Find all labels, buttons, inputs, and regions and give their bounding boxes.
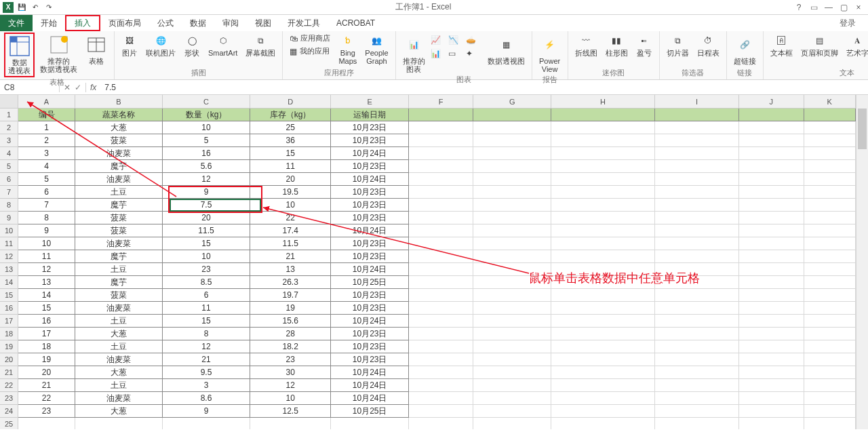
row-header[interactable]: 2 <box>0 121 18 134</box>
cell[interactable]: 7.5 <box>163 199 250 212</box>
cell[interactable]: 19 <box>250 302 331 315</box>
column-header[interactable]: F <box>409 95 474 108</box>
chart-type-icon[interactable]: 📉 <box>448 35 465 47</box>
cell[interactable] <box>655 353 739 366</box>
cell[interactable] <box>655 237 739 250</box>
row-header[interactable]: 11 <box>0 237 18 250</box>
cell[interactable] <box>655 186 739 199</box>
cell[interactable]: 土豆 <box>75 186 163 199</box>
cell[interactable] <box>163 418 250 429</box>
cell[interactable] <box>409 212 474 224</box>
cell[interactable]: 大葱 <box>75 121 163 134</box>
cell[interactable] <box>551 276 655 289</box>
cell[interactable]: 20 <box>18 366 75 379</box>
cell[interactable]: 菠菜 <box>75 134 163 147</box>
help-icon[interactable]: ? <box>792 3 806 12</box>
row-header[interactable]: 12 <box>0 250 18 263</box>
cell[interactable] <box>473 353 551 366</box>
cell[interactable] <box>739 199 804 212</box>
cell[interactable]: 土豆 <box>75 340 163 353</box>
row-header[interactable]: 5 <box>0 160 18 173</box>
close-icon[interactable]: × <box>852 3 865 12</box>
cell[interactable] <box>739 328 804 340</box>
cell[interactable]: 魔芋 <box>75 199 163 212</box>
cell[interactable] <box>804 366 856 379</box>
cell[interactable]: 11 <box>18 250 75 263</box>
cell[interactable]: 10月23日 <box>331 353 409 366</box>
cell[interactable]: 10月24日 <box>331 315 409 328</box>
cell[interactable] <box>473 212 551 224</box>
cell[interactable]: 10月23日 <box>331 186 409 199</box>
cell[interactable] <box>473 418 551 429</box>
cell[interactable] <box>655 173 739 186</box>
cell[interactable] <box>473 134 551 147</box>
cell[interactable] <box>739 340 804 353</box>
cell[interactable] <box>804 121 856 134</box>
cell[interactable]: 油麦菜 <box>75 392 163 405</box>
pivot-table-button[interactable]: 数据 透视表 <box>4 33 35 77</box>
cell[interactable]: 10月25日 <box>331 405 409 418</box>
cell[interactable]: 3 <box>163 379 250 392</box>
cell[interactable] <box>473 237 551 250</box>
row-header[interactable]: 14 <box>0 276 18 289</box>
cell[interactable]: 6 <box>163 289 250 302</box>
cell[interactable] <box>551 302 655 315</box>
cell[interactable]: 12 <box>250 379 331 392</box>
cell[interactable] <box>655 418 739 429</box>
cell[interactable] <box>473 186 551 199</box>
cell[interactable] <box>409 379 474 392</box>
tab-insert[interactable]: 插入 <box>65 15 100 31</box>
column-header[interactable]: A <box>18 95 75 108</box>
cell[interactable] <box>551 186 655 199</box>
cell[interactable] <box>655 315 739 328</box>
cell[interactable] <box>551 224 655 237</box>
cell[interactable] <box>804 250 856 263</box>
cell[interactable]: 10月24日 <box>331 379 409 392</box>
cell[interactable]: 土豆 <box>75 263 163 276</box>
cell[interactable]: 15 <box>163 237 250 250</box>
tab-review[interactable]: 审阅 <box>214 15 247 31</box>
cell[interactable] <box>409 121 474 134</box>
cell[interactable] <box>551 353 655 366</box>
cell[interactable] <box>804 302 856 315</box>
picture-button[interactable]: 🖼图片 <box>119 33 140 58</box>
cell[interactable] <box>551 366 655 379</box>
cell[interactable] <box>655 276 739 289</box>
timeline-button[interactable]: ⏱日程表 <box>694 33 722 58</box>
cell[interactable] <box>655 224 739 237</box>
cell[interactable]: 20 <box>250 173 331 186</box>
cell[interactable] <box>409 302 474 315</box>
cell[interactable]: 5.6 <box>163 160 250 173</box>
cell[interactable] <box>473 263 551 276</box>
cell[interactable]: 15 <box>163 315 250 328</box>
tab-file[interactable]: 文件 <box>0 15 33 31</box>
cell[interactable]: 8.5 <box>163 276 250 289</box>
cell[interactable] <box>473 392 551 405</box>
cell[interactable] <box>739 237 804 250</box>
cell[interactable]: 8 <box>163 328 250 340</box>
cell[interactable]: 13 <box>250 263 331 276</box>
cell[interactable]: 10月23日 <box>331 250 409 263</box>
people-graph-button[interactable]: 👥People Graph <box>362 33 391 66</box>
cell[interactable]: 10月24日 <box>331 224 409 237</box>
app-store-button[interactable]: 🛍应用商店 <box>287 33 333 45</box>
cell[interactable] <box>473 147 551 160</box>
cell[interactable] <box>739 379 804 392</box>
cell[interactable]: 12.5 <box>250 405 331 418</box>
cell[interactable] <box>655 366 739 379</box>
column-header[interactable]: D <box>250 95 331 108</box>
maximize-icon[interactable]: ▢ <box>837 3 850 12</box>
screenshot-button[interactable]: ⧉屏幕截图 <box>243 33 278 58</box>
chart-type-icon[interactable]: 📈 <box>431 35 447 47</box>
cell[interactable]: 10月23日 <box>331 199 409 212</box>
cell[interactable]: 10月23日 <box>331 328 409 340</box>
cell[interactable] <box>655 250 739 263</box>
cell[interactable]: 10月23日 <box>331 160 409 173</box>
cell[interactable]: 12 <box>18 263 75 276</box>
cell[interactable]: 21 <box>163 353 250 366</box>
cell[interactable] <box>655 160 739 173</box>
cell[interactable] <box>473 366 551 379</box>
textbox-button[interactable]: 🄰文本框 <box>768 33 795 58</box>
cell[interactable]: 3 <box>18 147 75 160</box>
cell[interactable] <box>804 109 856 121</box>
